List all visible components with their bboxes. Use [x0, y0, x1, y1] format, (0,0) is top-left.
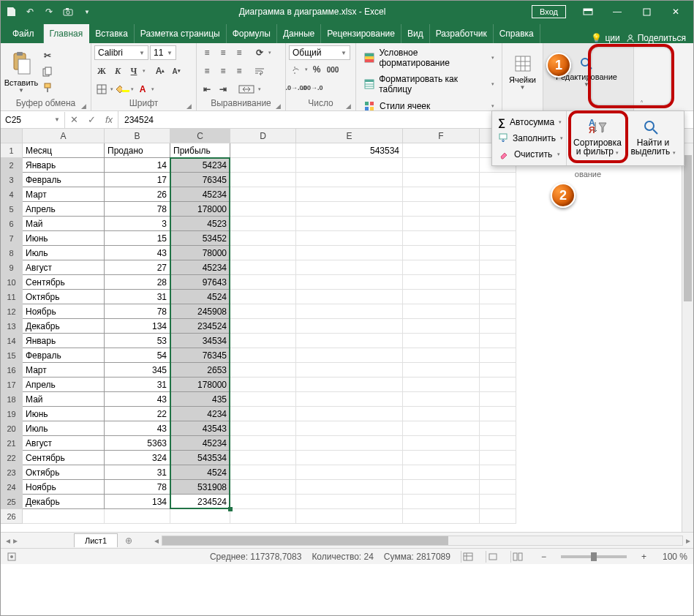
- cell[interactable]: 76345: [170, 173, 230, 187]
- cell[interactable]: 78: [105, 480, 170, 495]
- cell[interactable]: 76345: [170, 348, 230, 363]
- cell[interactable]: [480, 363, 516, 378]
- cell[interactable]: [480, 509, 516, 524]
- cell[interactable]: [230, 421, 296, 436]
- cell[interactable]: [296, 378, 403, 392]
- cell[interactable]: [296, 392, 403, 407]
- decrease-indent-icon[interactable]: ⇤: [200, 82, 214, 97]
- cell[interactable]: [403, 217, 480, 231]
- align-center-icon[interactable]: ≡: [216, 64, 230, 78]
- maximize-icon[interactable]: [633, 4, 660, 20]
- cell[interactable]: 78: [105, 304, 170, 319]
- cell[interactable]: [403, 363, 480, 378]
- percent-icon[interactable]: %: [309, 62, 324, 77]
- row-header[interactable]: 20: [1, 421, 23, 436]
- cell[interactable]: Май: [23, 217, 105, 231]
- cell[interactable]: Октябрь: [23, 290, 105, 304]
- cell[interactable]: 45234: [170, 260, 230, 275]
- cell[interactable]: 134: [105, 319, 170, 334]
- col-header-D[interactable]: D: [230, 129, 296, 143]
- cell[interactable]: 435: [170, 392, 230, 407]
- cell[interactable]: 543534: [296, 143, 403, 158]
- launcher-icon[interactable]: ◢: [344, 101, 352, 110]
- align-top-icon[interactable]: ≡: [200, 45, 214, 60]
- cell[interactable]: Июнь: [23, 231, 105, 246]
- cell[interactable]: [296, 231, 403, 246]
- cell[interactable]: 43543: [170, 421, 230, 436]
- tab-insert[interactable]: Вставка: [89, 24, 135, 43]
- cell[interactable]: 14: [105, 158, 170, 173]
- cell[interactable]: 4234: [170, 407, 230, 421]
- record-macro-icon[interactable]: [7, 552, 17, 562]
- cell[interactable]: Ноябрь: [23, 304, 105, 319]
- cell[interactable]: [296, 407, 403, 421]
- launcher-icon[interactable]: ◢: [274, 101, 282, 110]
- row-header[interactable]: 26: [1, 509, 23, 524]
- cell[interactable]: Ноябрь: [23, 480, 105, 495]
- cell[interactable]: [480, 260, 516, 275]
- tab-review[interactable]: Рецензирование: [321, 24, 401, 43]
- cell[interactable]: [403, 304, 480, 319]
- cell[interactable]: Август: [23, 436, 105, 451]
- cell[interactable]: 245908: [170, 304, 230, 319]
- cell[interactable]: [480, 465, 516, 480]
- cell[interactable]: [403, 334, 480, 348]
- qat-dropdown-icon[interactable]: ▼: [81, 6, 93, 18]
- row-header[interactable]: 23: [1, 465, 23, 480]
- cell[interactable]: [480, 421, 516, 436]
- cell[interactable]: [480, 304, 516, 319]
- cell[interactable]: 234524: [170, 495, 230, 509]
- cell[interactable]: [296, 202, 403, 217]
- cell[interactable]: [230, 260, 296, 275]
- redo-icon[interactable]: ↷: [43, 6, 55, 18]
- cell[interactable]: [403, 348, 480, 363]
- camera-icon[interactable]: [62, 6, 74, 18]
- col-header-A[interactable]: A: [23, 129, 105, 143]
- zoom-in-button[interactable]: +: [641, 552, 646, 562]
- borders-icon[interactable]: [94, 82, 109, 97]
- cut-icon[interactable]: ✂: [40, 48, 55, 63]
- vertical-scrollbar[interactable]: [682, 143, 693, 532]
- clear-button[interactable]: Очистить▾: [494, 146, 565, 162]
- cell[interactable]: 15: [105, 231, 170, 246]
- row-header[interactable]: 21: [1, 436, 23, 451]
- cell[interactable]: [480, 334, 516, 348]
- cell[interactable]: 78: [105, 202, 170, 217]
- cell[interactable]: [230, 158, 296, 173]
- cell[interactable]: [480, 348, 516, 363]
- cell[interactable]: [296, 436, 403, 451]
- tab-help[interactable]: Справка: [494, 24, 540, 43]
- cell[interactable]: Июль: [23, 421, 105, 436]
- cell[interactable]: [230, 143, 296, 158]
- cell[interactable]: [480, 451, 516, 465]
- row-header[interactable]: 11: [1, 290, 23, 304]
- cell[interactable]: Октябрь: [23, 465, 105, 480]
- cell[interactable]: [403, 173, 480, 187]
- cell[interactable]: [230, 334, 296, 348]
- ribbon-display-icon[interactable]: [575, 4, 601, 20]
- enter-icon[interactable]: ✓: [83, 112, 100, 128]
- cell[interactable]: [403, 275, 480, 290]
- cell[interactable]: [403, 202, 480, 217]
- cell[interactable]: [480, 319, 516, 334]
- cell[interactable]: [230, 173, 296, 187]
- launcher-icon[interactable]: ◢: [184, 101, 193, 110]
- cell[interactable]: [403, 465, 480, 480]
- cell[interactable]: [296, 187, 403, 202]
- cell[interactable]: 43: [105, 392, 170, 407]
- find-select-button[interactable]: Найти и выделить ▾: [627, 114, 679, 162]
- row-header[interactable]: 6: [1, 217, 23, 231]
- cell[interactable]: [403, 421, 480, 436]
- cell[interactable]: [480, 436, 516, 451]
- tab-data[interactable]: Данные: [277, 24, 321, 43]
- cell[interactable]: [230, 290, 296, 304]
- add-sheet-button[interactable]: ⊕: [121, 534, 137, 547]
- sort-filter-button[interactable]: АЯ Сортировка и фильтр ▾: [571, 114, 624, 162]
- row-header[interactable]: 10: [1, 275, 23, 290]
- share-button[interactable]: Поделиться: [626, 33, 686, 43]
- cell[interactable]: [170, 509, 230, 524]
- fx-icon[interactable]: fx: [100, 112, 118, 128]
- cell[interactable]: 45234: [170, 187, 230, 202]
- cell[interactable]: 31: [105, 290, 170, 304]
- grow-font-icon[interactable]: A▴: [153, 64, 167, 78]
